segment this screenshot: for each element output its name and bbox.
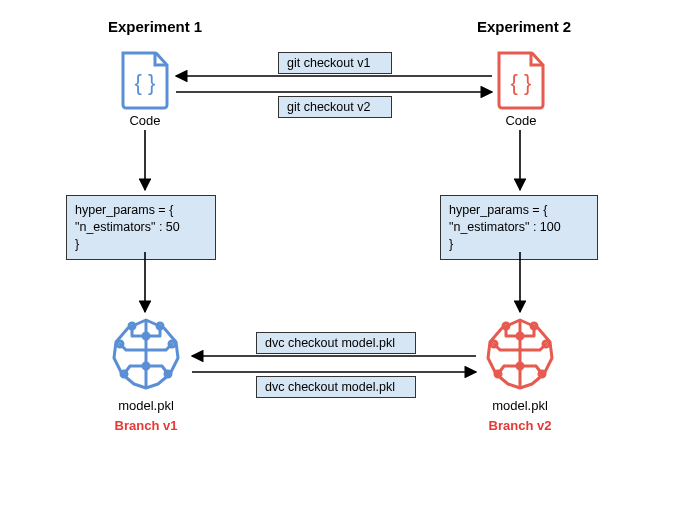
code-file-icon: { }: [496, 50, 546, 110]
model-label-2: model.pkl: [480, 398, 560, 413]
branch-label-1: Branch v1: [106, 418, 186, 433]
code-line: }: [449, 236, 589, 253]
experiment1-title: Experiment 1: [108, 18, 202, 35]
code-line: hyper_params = {: [75, 202, 207, 219]
model-label-1: model.pkl: [106, 398, 186, 413]
branch-label-2: Branch v2: [480, 418, 560, 433]
model-brain-icon: [480, 314, 560, 394]
code-label-1: Code: [108, 113, 182, 128]
git-checkout-v2-cmd: git checkout v2: [278, 96, 392, 118]
code-line: "n_estimators" : 100: [449, 219, 589, 236]
code-line: }: [75, 236, 207, 253]
code-label-2: Code: [484, 113, 558, 128]
code-line: hyper_params = {: [449, 202, 589, 219]
hyperparams-box-2: hyper_params = { "n_estimators" : 100 }: [440, 195, 598, 260]
svg-text:{ }: { }: [511, 70, 532, 95]
git-checkout-v1-cmd: git checkout v1: [278, 52, 392, 74]
model-brain-icon: [106, 314, 186, 394]
hyperparams-box-1: hyper_params = { "n_estimators" : 50 }: [66, 195, 216, 260]
experiment2-title: Experiment 2: [477, 18, 571, 35]
code-file-icon: { }: [120, 50, 170, 110]
dvc-checkout-bot-cmd: dvc checkout model.pkl: [256, 376, 416, 398]
dvc-checkout-top-cmd: dvc checkout model.pkl: [256, 332, 416, 354]
svg-text:{ }: { }: [135, 70, 156, 95]
code-line: "n_estimators" : 50: [75, 219, 207, 236]
